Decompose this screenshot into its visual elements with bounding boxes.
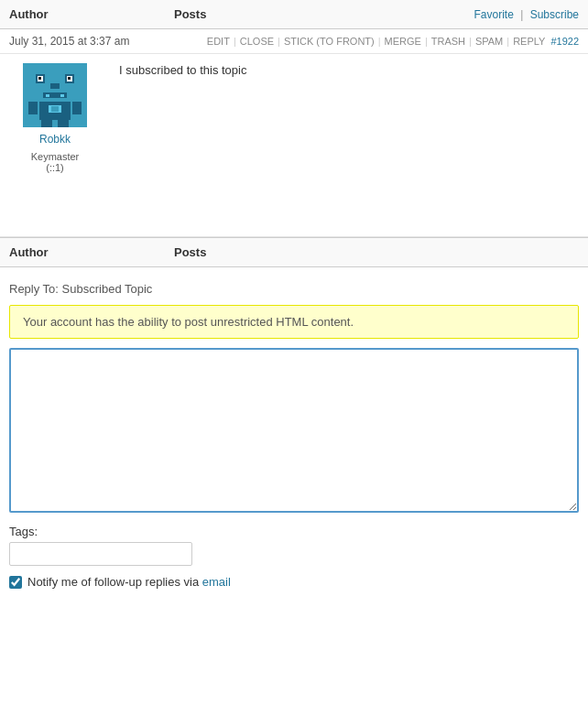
post-meta-bar: July 31, 2015 at 3:37 am EDIT | CLOSE | … <box>0 29 588 54</box>
notify-label: Notify me of follow-up replies via email <box>27 575 231 589</box>
post-content-row: Robkk Keymaster (::1) I subscribed to th… <box>0 54 588 237</box>
favorite-link[interactable]: Favorite <box>474 8 513 21</box>
header-links: Favorite | Subscribe <box>474 8 579 21</box>
svg-rect-12 <box>28 102 38 114</box>
tags-label: Tags: <box>9 525 579 538</box>
reply-textarea[interactable] <box>9 348 579 513</box>
svg-rect-9 <box>46 94 49 97</box>
html-notice: Your account has the ability to post unr… <box>9 305 579 339</box>
svg-rect-5 <box>38 77 41 80</box>
close-action[interactable]: CLOSE <box>240 36 274 47</box>
notify-checkbox[interactable] <box>9 576 22 589</box>
tags-section: Tags: <box>9 525 579 566</box>
svg-rect-7 <box>50 83 60 89</box>
separator: | <box>520 8 523 21</box>
post-body: I subscribed to this topic <box>110 63 579 227</box>
post-body-text: I subscribed to this topic <box>119 63 246 77</box>
sep3: | <box>378 36 381 47</box>
reply-section: Reply To: Subscribed Topic Your account … <box>0 267 588 598</box>
table-footer-header: Author Posts <box>0 237 588 267</box>
sep4: | <box>425 36 428 47</box>
avatar <box>23 63 87 127</box>
author-footer-label: Author <box>9 245 119 259</box>
reply-action[interactable]: REPLY <box>513 36 545 47</box>
sep1: | <box>234 36 236 47</box>
edit-action[interactable]: EDIT <box>207 36 230 47</box>
email-link[interactable]: email <box>202 575 231 589</box>
posts-footer-label: Posts <box>174 245 206 259</box>
post-id-link[interactable]: #1922 <box>550 36 579 47</box>
merge-action[interactable]: MERGE <box>385 36 421 47</box>
posts-column-header: Posts <box>174 7 206 21</box>
avatar-image <box>23 63 87 127</box>
post-timestamp: July 31, 2015 at 3:37 am <box>9 35 129 48</box>
svg-rect-13 <box>72 102 82 114</box>
author-role: Keymaster <box>31 151 80 162</box>
sep5: | <box>469 36 472 47</box>
sep6: | <box>506 36 509 47</box>
svg-rect-15 <box>58 120 69 127</box>
svg-rect-17 <box>51 106 59 112</box>
tags-input[interactable] <box>9 542 192 566</box>
stick-action[interactable]: STICK (TO FRONT) <box>284 36 375 47</box>
trash-action[interactable]: TRASH <box>431 36 465 47</box>
reply-title: Reply To: Subscribed Topic <box>9 282 579 296</box>
svg-rect-10 <box>60 94 64 97</box>
svg-rect-14 <box>41 120 52 127</box>
spam-action[interactable]: SPAM <box>475 36 503 47</box>
table-header: Author Posts Favorite | Subscribe <box>0 0 588 29</box>
author-column-header: Author <box>9 7 119 21</box>
subscribe-link[interactable]: Subscribe <box>530 8 579 21</box>
post-actions: EDIT | CLOSE | STICK (TO FRONT) | MERGE … <box>207 36 579 47</box>
sep2: | <box>278 36 280 47</box>
svg-rect-6 <box>68 77 71 80</box>
author-rating: (::1) <box>46 162 64 173</box>
author-name-link[interactable]: Robkk <box>39 133 71 146</box>
post-author-column: Robkk Keymaster (::1) <box>9 63 110 227</box>
notify-row: Notify me of follow-up replies via email <box>9 575 579 589</box>
